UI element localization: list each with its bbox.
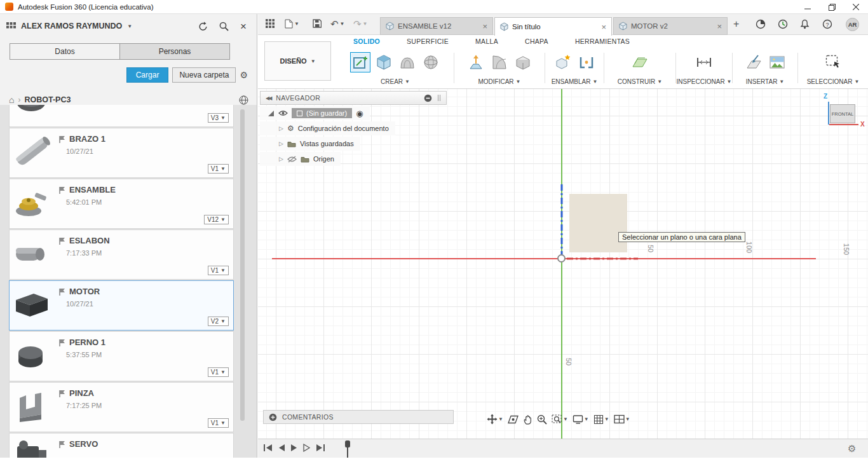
team-name[interactable]: ALEX RAMOS RAYMUNDO	[21, 22, 122, 31]
create-sketch-icon[interactable]	[350, 52, 370, 72]
version-dropdown[interactable]: V1▼	[208, 418, 229, 428]
go-to-end-icon[interactable]	[316, 444, 325, 452]
grid-settings-icon[interactable]: ▼	[592, 413, 611, 426]
pan-hand-icon[interactable]	[522, 413, 534, 426]
go-to-start-icon[interactable]	[263, 444, 273, 452]
select-icon[interactable]	[823, 52, 843, 72]
group-dropdown-crear[interactable]: CREAR▼	[337, 78, 453, 85]
close-tab-icon[interactable]: ×	[601, 23, 606, 31]
step-back-icon[interactable]	[278, 444, 285, 452]
create-form-icon[interactable]	[397, 52, 417, 72]
version-dropdown[interactable]: V12▼	[204, 215, 229, 224]
save-icon[interactable]	[313, 19, 322, 28]
viewcube[interactable]: Z FRONTAL X	[817, 94, 867, 133]
list-item-selected[interactable]: MOTOR 10/27/21 V2▼	[9, 280, 234, 331]
step-forward-icon[interactable]	[303, 444, 311, 452]
workspace-selector[interactable]: DISEÑO▼	[264, 41, 331, 81]
press-pull-icon[interactable]	[466, 52, 486, 72]
home-icon[interactable]: ⌂	[9, 95, 14, 105]
tab-chapa[interactable]: CHAPA	[525, 38, 548, 45]
group-dropdown-inspeccionar[interactable]: INSPECCIONAR▼	[677, 78, 731, 85]
document-node-selected[interactable]: (Sin guardar)	[292, 108, 352, 118]
look-at-icon[interactable]	[506, 413, 520, 425]
new-component-icon[interactable]	[553, 52, 573, 72]
insert-derive-icon[interactable]	[743, 52, 764, 72]
group-dropdown-modificar[interactable]: MODIFICAR▼	[455, 78, 544, 85]
panel-settings-gear-icon[interactable]: ⚙	[240, 70, 248, 80]
orbit-icon[interactable]: ▼	[485, 413, 505, 426]
list-item[interactable]: PINZA 7:17:25 PM V1▼	[9, 382, 234, 432]
list-item[interactable]: BRAZO 1 10/27/21 V1▼	[9, 128, 234, 178]
profile-avatar[interactable]: AR	[846, 18, 859, 31]
fit-view-icon[interactable]: ▼	[550, 413, 569, 426]
close-window-button[interactable]	[844, 0, 868, 14]
new-folder-button[interactable]: Nueva carpeta	[172, 67, 236, 83]
document-tab[interactable]: ENSAMBLE v12 ×	[380, 17, 493, 35]
redo-icon[interactable]: ↷▼	[353, 19, 368, 29]
restore-button[interactable]	[820, 0, 844, 14]
undo-icon[interactable]: ↶▼	[330, 19, 345, 29]
browser-root-row[interactable]: (Sin guardar) ◉	[260, 106, 370, 120]
visibility-eye-icon[interactable]	[278, 110, 288, 116]
document-tab[interactable]: MOTOR v2 ×	[613, 17, 728, 35]
tab-datos[interactable]: Datos	[10, 44, 119, 59]
list-item[interactable]: ENSAMBLE 5:42:01 PM V12▼	[9, 179, 234, 229]
group-dropdown-insertar[interactable]: INSERTAR▼	[733, 78, 797, 85]
version-dropdown[interactable]: V1▼	[208, 367, 229, 377]
add-comment-icon[interactable]	[269, 413, 277, 421]
activate-component-radio-icon[interactable]: ◉	[356, 109, 363, 118]
project-name[interactable]: ROBOT-PC3	[24, 95, 71, 104]
collapse-panel-icon[interactable]: ◀◀	[266, 95, 271, 101]
tab-solido[interactable]: SOLIDO	[353, 38, 380, 45]
new-tab-icon[interactable]: +	[733, 19, 739, 29]
list-item[interactable]: V3▼	[9, 105, 234, 127]
construct-plane-icon[interactable]	[630, 52, 650, 72]
minimize-button[interactable]	[796, 0, 820, 14]
viewport-canvas[interactable]: Seleccionar un plano o una cara plana 50…	[258, 89, 868, 439]
timeline-settings-gear-icon[interactable]: ⚙	[848, 443, 856, 454]
group-dropdown-construir[interactable]: CONSTRUIR▼	[605, 78, 675, 85]
extensions-icon[interactable]	[756, 19, 766, 29]
viewcube-front-face[interactable]: FRONTAL	[830, 104, 855, 123]
notifications-bell-icon[interactable]	[800, 19, 810, 29]
version-dropdown[interactable]: V2▼	[208, 317, 229, 326]
tab-malla[interactable]: MALLA	[475, 38, 498, 45]
search-icon[interactable]	[219, 22, 229, 31]
group-dropdown-seleccionar[interactable]: SELECCIONAR▼	[799, 78, 867, 85]
tab-superficie[interactable]: SUPERFICIE	[407, 38, 449, 45]
job-status-clock-icon[interactable]	[778, 19, 788, 29]
timeline-marker[interactable]	[344, 440, 351, 458]
comments-bar[interactable]: COMENTARIOS	[263, 410, 454, 424]
show-data-panel-icon[interactable]	[266, 19, 275, 28]
create-sphere-icon[interactable]	[421, 52, 441, 72]
list-item[interactable]: PERNO 1 5:37:55 PM V1▼	[9, 331, 234, 381]
origin-point[interactable]	[557, 254, 566, 263]
create-box-icon[interactable]	[374, 52, 394, 72]
upload-button[interactable]: Cargar	[126, 67, 169, 83]
minimize-browser-icon[interactable]	[424, 94, 432, 102]
group-dropdown-ensamblar[interactable]: ENSAMBLAR▼	[546, 78, 603, 85]
joint-icon[interactable]	[576, 52, 597, 72]
tab-personas[interactable]: Personas	[119, 44, 229, 59]
expand-arrow-icon[interactable]: ▷	[279, 140, 283, 147]
close-panel-icon[interactable]: ×	[240, 21, 247, 32]
shell-icon[interactable]	[513, 52, 533, 72]
expand-arrow-icon[interactable]: ▷	[279, 125, 283, 132]
zoom-icon[interactable]	[536, 413, 548, 426]
close-tab-icon[interactable]: ×	[717, 22, 722, 31]
version-dropdown[interactable]: V1▼	[208, 266, 229, 275]
visibility-off-eye-icon[interactable]	[287, 156, 297, 163]
tab-herramientas[interactable]: HERRAMIENTAS	[575, 38, 630, 45]
document-tab-active[interactable]: Sin título ×	[494, 17, 612, 36]
fillet-icon[interactable]	[489, 52, 510, 72]
version-dropdown[interactable]: V1▼	[208, 164, 229, 174]
globe-icon[interactable]	[239, 95, 248, 105]
viewports-icon[interactable]: ▼	[613, 413, 632, 425]
version-dropdown[interactable]: V3▼	[208, 113, 229, 123]
browser-node[interactable]: ▷ Origen	[260, 152, 341, 166]
expand-arrow-icon[interactable]: ▷	[279, 156, 283, 162]
measure-icon[interactable]	[694, 52, 714, 72]
help-icon[interactable]: ?	[822, 19, 832, 29]
close-tab-icon[interactable]: ×	[482, 22, 487, 31]
list-scrollbar[interactable]	[240, 109, 245, 421]
